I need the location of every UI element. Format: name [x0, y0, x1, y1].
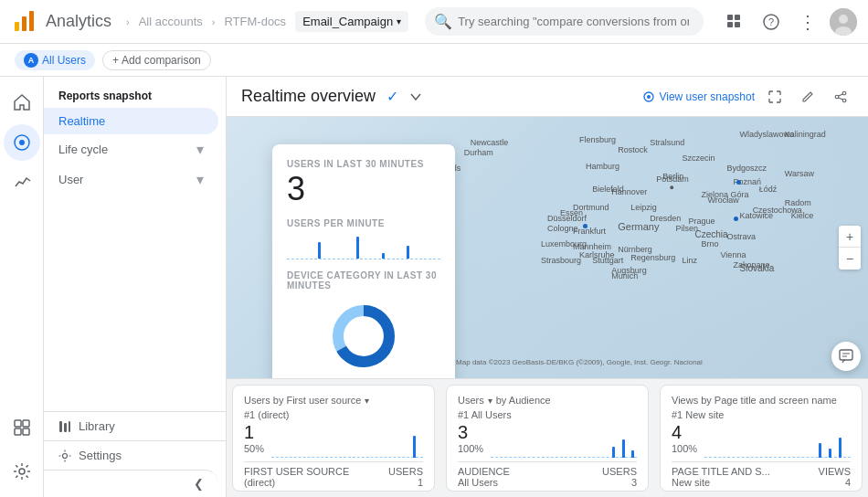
view-snapshot-label: View user snapshot: [659, 90, 755, 103]
sidebar-library[interactable]: Library: [44, 411, 226, 440]
apps-grid-button[interactable]: [720, 7, 749, 37]
app-title: Analytics: [46, 12, 111, 31]
page-title-col1: PAGE TITLE AND S...: [672, 466, 770, 477]
page-title: Realtime overview: [241, 87, 376, 106]
page-title-pct: 100%: [672, 443, 697, 454]
lifecycle-label: Life cycle: [58, 143, 108, 156]
library-label: Library: [79, 419, 115, 433]
svg-rect-3: [727, 15, 733, 20]
chart-baseline: [287, 259, 440, 259]
svg-rect-20: [64, 423, 67, 432]
svg-point-22: [63, 453, 68, 458]
breadcrumb-all-accounts[interactable]: All accounts: [139, 15, 203, 28]
sidebar-settings-icon: [58, 449, 71, 462]
first-user-source-col2: USERS: [388, 466, 423, 477]
svg-point-26: [842, 99, 846, 102]
donut-chart: [327, 300, 400, 373]
nav-lifecycle-button[interactable]: [4, 164, 40, 201]
user-expand-icon: ▾: [196, 171, 204, 188]
floating-card: USERS IN LAST 30 MINUTES 3 USERS PER MIN…: [272, 144, 455, 378]
page-title-header: Views by Page title and screen name: [672, 395, 851, 406]
page-title-row-value: 4: [845, 477, 851, 488]
zoom-out-button[interactable]: −: [839, 248, 861, 270]
user-label: User: [58, 173, 83, 186]
main-layout: Reports snapshot Realtime Life cycle ▾ U…: [0, 77, 868, 497]
audience-by-label: by Audience: [496, 395, 551, 406]
audience-pct: 100%: [458, 443, 483, 454]
page-title-chart: [704, 428, 851, 458]
add-comparison-label: Add comparison: [122, 54, 201, 67]
svg-point-25: [842, 91, 846, 95]
sidebar-item-realtime[interactable]: Realtime: [44, 108, 218, 134]
sidebar-item-user[interactable]: User ▾: [44, 164, 218, 195]
audience-col2: USERS: [602, 466, 637, 477]
collapse-icon: ❮: [194, 477, 204, 491]
apps-grid-icon: [726, 14, 743, 30]
page-header-actions: View user snapshot: [642, 84, 853, 110]
page-title-bar-3: [839, 438, 842, 458]
svg-point-13: [19, 140, 25, 145]
page-title-col2: VIEWS: [819, 466, 851, 477]
users-per-minute-chart: [287, 230, 440, 259]
breadcrumb-sep1: ›: [126, 16, 130, 27]
view-snapshot-icon: [642, 90, 655, 103]
first-user-source-card: Users by First user source ▾ #1 (direct)…: [232, 385, 435, 492]
audience-dropdown-icon[interactable]: ▾: [488, 396, 492, 406]
secondbar: A All Users + Add comparison: [0, 44, 868, 77]
realtime-icon: [13, 133, 31, 152]
svg-point-24: [647, 95, 651, 99]
svg-rect-19: [59, 421, 62, 432]
breadcrumb-property[interactable]: RTFM-docs: [224, 15, 286, 28]
audience-col1: AUDIENCE: [458, 466, 510, 477]
title-dropdown-icon[interactable]: [409, 90, 422, 103]
reports-snapshot-title: Reports snapshot: [44, 84, 226, 108]
chart-bar-1: [318, 242, 321, 259]
page-header: Realtime overview ✓ View user snapshot: [227, 77, 868, 117]
users-30min-label: USERS IN LAST 30 MINUTES: [287, 159, 440, 169]
sidebar-settings[interactable]: Settings: [44, 440, 226, 470]
view-user-snapshot-button[interactable]: View user snapshot: [642, 90, 755, 103]
all-users-button[interactable]: A All Users: [15, 50, 95, 70]
breadcrumb-sep2: ›: [212, 16, 216, 27]
zoom-in-button[interactable]: +: [839, 226, 861, 248]
audience-baseline: [491, 457, 637, 458]
map-dot-katowice: [734, 217, 738, 221]
nav-home-button[interactable]: [4, 84, 40, 121]
sidebar-item-lifecycle[interactable]: Life cycle ▾: [44, 134, 218, 164]
first-user-source-dropdown-icon[interactable]: ▾: [365, 396, 369, 406]
page-title-bar-2: [829, 449, 831, 458]
edit-button[interactable]: [795, 84, 820, 110]
nav-explore-button[interactable]: [4, 409, 40, 446]
nav-realtime-button[interactable]: [4, 124, 40, 161]
first-user-source-row-value: 1: [418, 477, 423, 488]
more-icon: ⋮: [799, 11, 817, 33]
account-selector[interactable]: Email_Campaign ▾: [295, 11, 408, 32]
sidebar: Reports snapshot Realtime Life cycle ▾ U…: [44, 77, 227, 497]
more-options-button[interactable]: ⋮: [793, 7, 822, 37]
map-dot-frankfurt: [583, 224, 587, 228]
map-container: Newcastle Durham Leeds Hamburg Hannover …: [227, 117, 868, 378]
first-user-source-title: Users by First user source: [244, 395, 361, 406]
svg-line-28: [839, 94, 843, 96]
svg-rect-2: [29, 11, 34, 31]
audience-row-label: All Users: [458, 477, 498, 488]
chat-feedback-button[interactable]: [831, 342, 861, 371]
realtime-label: Realtime: [58, 114, 105, 128]
users-count: 3: [287, 171, 440, 207]
avatar[interactable]: [830, 8, 857, 36]
add-comparison-button[interactable]: + Add comparison: [102, 50, 211, 70]
sidebar-collapse-button[interactable]: ❮: [44, 470, 218, 497]
svg-rect-15: [23, 420, 29, 427]
audience-bar-2: [622, 439, 625, 458]
all-users-label: All Users: [42, 54, 86, 67]
svg-point-10: [839, 15, 848, 24]
chart-bar-3: [382, 253, 385, 259]
search-input[interactable]: [425, 7, 704, 36]
help-button[interactable]: ?: [757, 7, 786, 37]
expand-button[interactable]: [762, 84, 788, 110]
share-button[interactable]: [828, 84, 853, 110]
content-area: Realtime overview ✓ View user snapshot: [227, 77, 868, 497]
expand-icon: [768, 90, 781, 103]
nav-settings-button[interactable]: [4, 453, 40, 490]
audience-value: 3: [458, 422, 483, 443]
